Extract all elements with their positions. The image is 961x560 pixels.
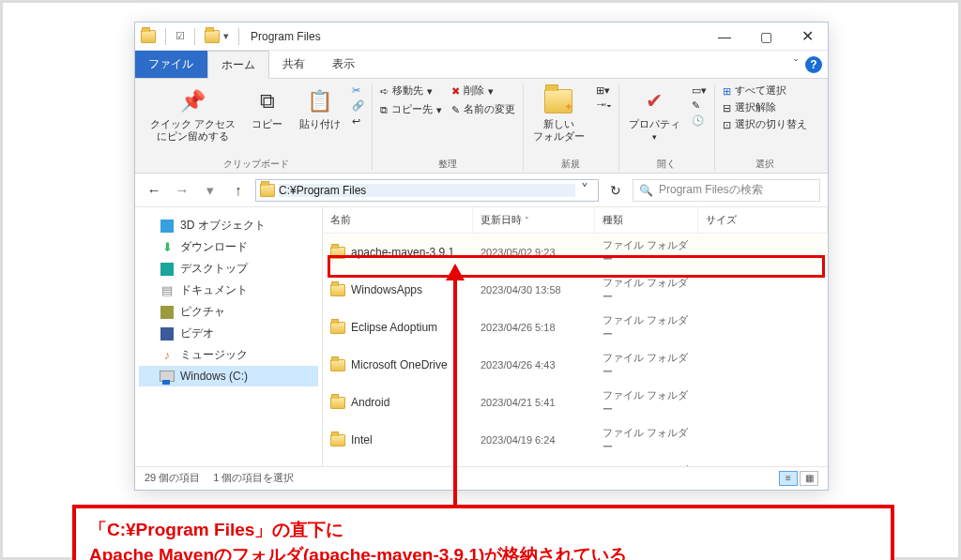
pin-quick-access-button[interactable]: 📌 クイック アクセス にピン留めする <box>148 84 237 144</box>
minimize-button[interactable]: ― <box>704 23 745 51</box>
nav-item-download[interactable]: ⬇ダウンロード <box>139 236 318 258</box>
invert-selection-button[interactable]: ⊡選択の切り替え <box>723 118 807 131</box>
select-all-button[interactable]: ⊞すべて選択 <box>723 84 807 98</box>
file-type: ファイル フォルダー <box>595 273 698 307</box>
group-open-label: 開く <box>627 154 707 171</box>
view-icons-button[interactable]: ▦ <box>800 471 818 486</box>
select-none-button[interactable]: ⊟選択解除 <box>723 101 807 114</box>
properties-icon: ✔ <box>639 86 669 116</box>
file-list: 名前 更新日時˅ 種類 サイズ apache-maven-3.9.12023/0… <box>323 207 828 466</box>
help-icon[interactable]: ? <box>805 56 822 73</box>
caption-line-1: 「C:¥Program Files」の直下に <box>89 518 877 543</box>
file-row[interactable]: Android2023/04/21 5:41ファイル フォルダー <box>323 384 828 421</box>
rename-button[interactable]: ✎名前の変更 <box>451 103 515 116</box>
invert-icon: ⊡ <box>723 119 731 130</box>
file-date: 2023/04/26 5:18 <box>473 319 595 336</box>
move-to-button[interactable]: ➪移動先▾ <box>380 84 442 98</box>
back-button[interactable]: ← <box>143 179 165 202</box>
file-date: 2023/04/30 13:58 <box>473 281 595 298</box>
folder-icon <box>330 322 345 334</box>
window-title: Program Files <box>245 30 321 43</box>
copypath-icon: 🔗 <box>352 99 364 112</box>
tab-view[interactable]: 表示 <box>319 51 369 78</box>
nav-item-picture[interactable]: ピクチャ <box>139 301 318 323</box>
file-row[interactable]: apache-maven-3.9.12023/05/02 9:23ファイル フォ… <box>323 234 828 271</box>
copy-button[interactable]: ⧉ コピー <box>247 84 288 132</box>
nav-item-label: デスクトップ <box>180 261 248 277</box>
col-name[interactable]: 名前 <box>323 207 473 233</box>
properties-button[interactable]: ✔ プロパティ ▾ <box>627 84 682 144</box>
file-name: Microsoft OneDrive <box>351 358 448 371</box>
qat-save-icon[interactable]: ☑ <box>175 30 185 42</box>
close-button[interactable]: ✕ <box>786 23 828 51</box>
col-size[interactable]: サイズ <box>698 207 828 233</box>
recent-button[interactable]: ▾ <box>199 179 221 202</box>
open-button[interactable]: ▭▾ <box>692 84 707 96</box>
nav-item-video[interactable]: ビデオ <box>139 323 318 344</box>
refresh-button[interactable]: ↻ <box>604 179 627 202</box>
nav-item-disk[interactable]: Windows (C:) <box>139 366 318 386</box>
forward-button[interactable]: → <box>171 179 193 202</box>
nav-item-3d[interactable]: 3D オブジェクト <box>139 215 318 236</box>
file-row[interactable]: Eclipse Adoptium2023/04/26 5:18ファイル フォルダ… <box>323 309 828 346</box>
ribbon-collapse-icon[interactable]: ˇ <box>794 58 798 71</box>
new-item-button[interactable]: ⊞▾ <box>596 84 611 96</box>
file-row[interactable]: Intel2023/04/19 6:24ファイル フォルダー <box>323 421 828 459</box>
delete-button[interactable]: ✖削除▾ <box>451 84 515 98</box>
easy-access-button[interactable]: ⭲▾ <box>596 99 611 111</box>
download-icon: ⬇ <box>160 240 175 255</box>
view-details-button[interactable]: ≡ <box>779 471 798 486</box>
file-type: ファイル フォルダー <box>595 461 698 466</box>
search-box[interactable]: 🔍 Program Filesの検索 <box>633 179 820 202</box>
status-count: 29 個の項目 <box>145 471 200 485</box>
status-selected: 1 個の項目を選択 <box>213 471 294 485</box>
address-bar[interactable]: ˅ <box>255 179 599 202</box>
paste-shortcut-button[interactable]: ↩ <box>352 115 364 127</box>
music-icon: ♪ <box>160 348 175 363</box>
copy-path-button[interactable]: 🔗 <box>352 99 364 112</box>
nav-item-music[interactable]: ♪ミュージック <box>139 344 318 366</box>
cut-button[interactable]: ✂ <box>352 84 364 96</box>
picture-icon <box>160 305 175 320</box>
scissors-icon: ✂ <box>352 84 360 96</box>
file-row[interactable]: Microsoft Office2023/04/16 9:43ファイル フォルダ… <box>323 459 828 466</box>
delete-icon: ✖ <box>451 85 460 97</box>
file-row[interactable]: Microsoft OneDrive2023/04/26 4:43ファイル フォ… <box>323 346 828 384</box>
nav-item-label: ミュージック <box>180 347 248 363</box>
disk-icon <box>160 369 175 384</box>
col-date[interactable]: 更新日時˅ <box>473 207 595 233</box>
file-type: ファイル フォルダー <box>595 423 698 457</box>
address-input[interactable] <box>279 184 575 197</box>
newfolder-icon <box>544 89 572 114</box>
nav-item-desktop[interactable]: デスクトップ <box>139 258 318 280</box>
address-bar-row: ← → ▾ ↑ ˅ ↻ 🔍 Program Filesの検索 <box>135 174 828 207</box>
new-folder-button[interactable]: 新しい フォルダー <box>531 84 587 144</box>
tab-file[interactable]: ファイル <box>135 51 207 78</box>
qat-folder-icon[interactable] <box>205 30 220 43</box>
file-name: Android <box>351 396 389 409</box>
up-button[interactable]: ↑ <box>227 179 250 202</box>
qat-dropdown-icon[interactable]: ▾ <box>223 30 229 42</box>
tab-home[interactable]: ホーム <box>207 51 269 79</box>
maximize-button[interactable]: ▢ <box>745 23 786 51</box>
paste-icon: 📋 <box>305 86 335 116</box>
address-dropdown-icon[interactable]: ˅ <box>575 181 594 199</box>
nav-item-label: ピクチャ <box>180 304 225 320</box>
history-button[interactable]: 🕓 <box>692 114 707 127</box>
copy-to-button[interactable]: ⧉コピー先▾ <box>380 103 442 116</box>
nav-item-label: ドキュメント <box>180 282 248 298</box>
addrbar-folder-icon <box>260 184 275 197</box>
nav-item-document[interactable]: ▤ドキュメント <box>139 280 318 301</box>
file-date: 2023/04/19 6:24 <box>473 431 595 448</box>
file-row[interactable]: WindowsApps2023/04/30 13:58ファイル フォルダー <box>323 271 828 309</box>
titlebar: ☑ ▾ Program Files ― ▢ ✕ <box>135 23 828 51</box>
file-date: 2023/04/21 5:41 <box>473 394 595 411</box>
col-type[interactable]: 種類 <box>595 207 698 233</box>
tab-share[interactable]: 共有 <box>269 51 319 78</box>
moveto-icon: ➪ <box>380 85 389 97</box>
file-name: Eclipse Adoptium <box>351 321 437 334</box>
edit-button[interactable]: ✎ <box>692 99 707 111</box>
paste-button[interactable]: 📋 貼り付け <box>297 84 343 132</box>
group-select-label: 選択 <box>723 154 807 171</box>
nav-pane: 3D オブジェクト⬇ダウンロードデスクトップ▤ドキュメントピクチャビデオ♪ミュー… <box>135 207 323 466</box>
